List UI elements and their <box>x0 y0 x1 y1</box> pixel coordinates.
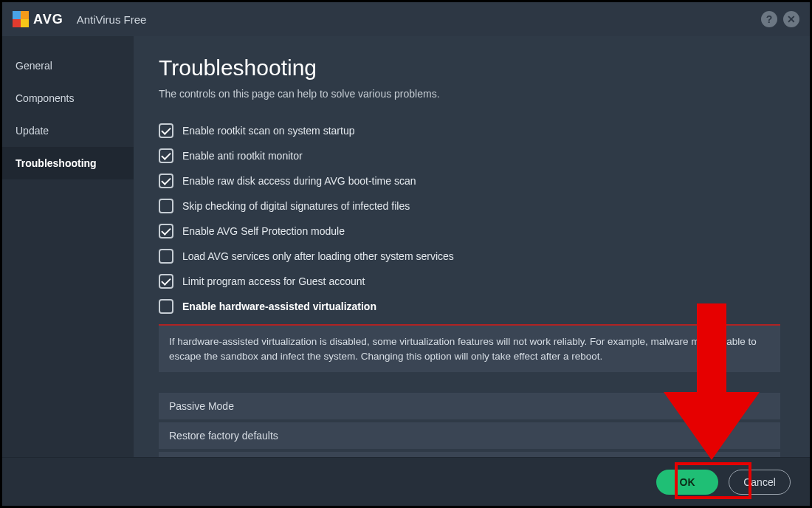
footer: OK Cancel <box>2 457 810 506</box>
body-area: General Components Update Troubleshootin… <box>2 36 810 457</box>
sidebar-item-label: Troubleshooting <box>16 157 97 169</box>
pane-redirect-settings[interactable]: Redirect Settings <box>159 452 780 457</box>
help-icon: ? <box>766 13 773 25</box>
page-subtitle: The controls on this page can help to so… <box>159 88 780 100</box>
main-panel: Troubleshooting The controls on this pag… <box>134 36 810 457</box>
sidebar-item-label: Update <box>16 125 49 137</box>
checkbox-hw-virtualization[interactable] <box>159 299 173 314</box>
pane-label: Passive Mode <box>169 400 234 412</box>
checkbox-label: Enable hardware-assisted virtualization <box>182 301 376 312</box>
sidebar-item-label: General <box>16 60 52 72</box>
ok-button-label: OK <box>680 476 695 488</box>
advanced-sections: Passive Mode Restore factory defaults Re… <box>159 393 780 457</box>
virtualization-note: If hardware-assisted virtualization is d… <box>159 326 780 372</box>
checkbox-row: Enable anti rootkit monitor <box>159 148 780 163</box>
cancel-button[interactable]: Cancel <box>729 470 791 495</box>
checkbox-row: Skip checking of digital signatures of i… <box>159 199 780 213</box>
checkbox-limit-guest-access[interactable] <box>159 274 173 289</box>
ok-button[interactable]: OK <box>656 470 718 495</box>
checkbox-row: Enable hardware-assisted virtualization <box>159 299 780 314</box>
checkbox-row: Enable raw disk access during AVG boot-t… <box>159 174 780 188</box>
sidebar-item-label: Components <box>16 92 74 104</box>
pane-passive-mode[interactable]: Passive Mode <box>159 393 780 419</box>
checkbox-row: Limit program access for Guest account <box>159 274 780 289</box>
brand-text: AVG <box>33 12 63 27</box>
help-button[interactable]: ? <box>761 11 777 27</box>
checkbox-delay-services[interactable] <box>159 249 173 264</box>
sidebar-item-update[interactable]: Update <box>2 114 134 147</box>
checkbox-anti-rootkit-monitor[interactable] <box>159 148 173 163</box>
titlebar: AVG AntiVirus Free ? ✕ <box>2 2 810 36</box>
checkbox-raw-disk-access[interactable] <box>159 174 173 188</box>
close-icon: ✕ <box>787 13 796 25</box>
checkbox-label: Enable raw disk access during AVG boot-t… <box>182 175 416 187</box>
sidebar-item-troubleshooting[interactable]: Troubleshooting <box>2 147 134 179</box>
cancel-button-label: Cancel <box>743 476 776 488</box>
pane-restore-defaults[interactable]: Restore factory defaults <box>159 422 780 449</box>
checkbox-label: Enable anti rootkit monitor <box>182 150 303 162</box>
pane-label: Restore factory defaults <box>169 430 278 442</box>
app-logo: AVG <box>13 11 63 27</box>
sidebar: General Components Update Troubleshootin… <box>2 36 134 457</box>
checkbox-label: Load AVG services only after loading oth… <box>182 250 454 262</box>
app-title: AntiVirus Free <box>77 13 147 26</box>
close-button[interactable]: ✕ <box>783 11 799 27</box>
checkbox-skip-signature-check[interactable] <box>159 199 173 213</box>
checkbox-label: Skip checking of digital signatures of i… <box>182 200 410 212</box>
checkbox-row: Enable AVG Self Protection module <box>159 224 780 238</box>
checkbox-label: Enable AVG Self Protection module <box>182 225 345 237</box>
checkbox-self-protection[interactable] <box>159 224 173 238</box>
checkbox-label: Enable rootkit scan on system startup <box>182 125 354 137</box>
page-title: Troubleshooting <box>159 55 780 80</box>
avg-logo-icon <box>13 11 29 27</box>
sidebar-item-general[interactable]: General <box>2 49 134 82</box>
checkbox-rootkit-startup[interactable] <box>159 123 173 138</box>
checkbox-row: Enable rootkit scan on system startup <box>159 123 780 138</box>
checkbox-label: Limit program access for Guest account <box>182 275 365 287</box>
checkbox-row: Load AVG services only after loading oth… <box>159 249 780 264</box>
sidebar-item-components[interactable]: Components <box>2 82 134 114</box>
settings-window: AVG AntiVirus Free ? ✕ General Component… <box>2 2 810 506</box>
